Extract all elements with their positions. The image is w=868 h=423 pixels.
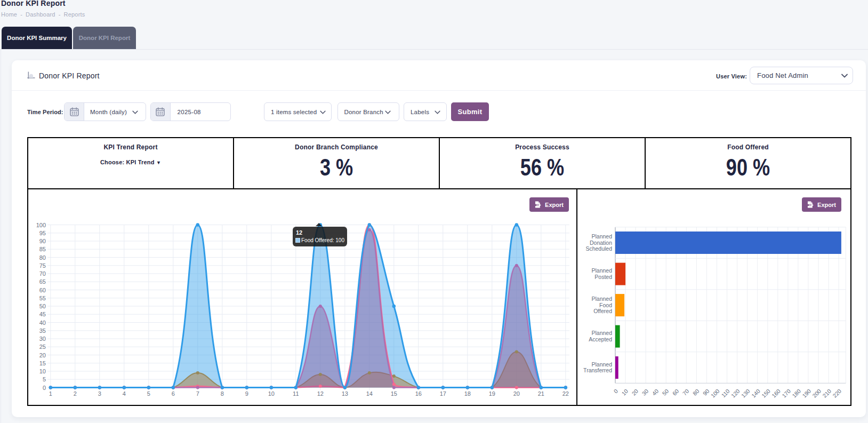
svg-text:6: 6 xyxy=(172,390,175,397)
svg-text:70: 70 xyxy=(681,388,690,397)
svg-text:190: 190 xyxy=(801,388,812,399)
svg-text:7: 7 xyxy=(196,390,199,397)
svg-text:45: 45 xyxy=(39,311,46,317)
svg-text:0: 0 xyxy=(612,388,619,395)
svg-text:85: 85 xyxy=(39,246,46,252)
svg-text:5: 5 xyxy=(43,376,46,382)
svg-text:Offered: Offered xyxy=(593,308,612,314)
svg-text:150: 150 xyxy=(760,388,771,399)
svg-text:100: 100 xyxy=(710,388,721,399)
svg-text:100: 100 xyxy=(36,222,46,228)
svg-text:55: 55 xyxy=(39,295,46,301)
svg-text:10: 10 xyxy=(620,388,629,397)
svg-text:160: 160 xyxy=(770,388,782,399)
svg-text:35: 35 xyxy=(39,328,46,334)
svg-text:80: 80 xyxy=(692,388,701,397)
svg-text:210: 210 xyxy=(821,388,832,399)
svg-text:20: 20 xyxy=(39,352,46,358)
svg-text:25: 25 xyxy=(39,344,46,350)
svg-text:16: 16 xyxy=(415,390,422,397)
svg-text:10: 10 xyxy=(268,390,275,397)
svg-text:Donation: Donation xyxy=(590,240,612,246)
svg-text:20: 20 xyxy=(630,388,639,397)
svg-text:110: 110 xyxy=(720,388,730,398)
svg-text:15: 15 xyxy=(391,390,397,397)
svg-text:90: 90 xyxy=(39,238,46,244)
svg-text:3: 3 xyxy=(98,390,101,397)
svg-text:40: 40 xyxy=(39,320,46,326)
svg-text:19: 19 xyxy=(489,390,495,397)
svg-text:Scheduled: Scheduled xyxy=(585,245,612,252)
svg-text:11: 11 xyxy=(293,390,299,397)
svg-text:Posted: Posted xyxy=(594,274,612,280)
svg-text:Planned: Planned xyxy=(591,330,612,336)
svg-text:60: 60 xyxy=(671,388,680,397)
svg-text:80: 80 xyxy=(39,254,46,261)
svg-text:40: 40 xyxy=(651,388,660,397)
svg-text:70: 70 xyxy=(39,270,46,277)
svg-text:5: 5 xyxy=(147,390,150,397)
svg-text:Planned: Planned xyxy=(591,296,612,302)
svg-text:0: 0 xyxy=(43,385,46,391)
svg-text:Planned: Planned xyxy=(591,361,612,368)
svg-text:30: 30 xyxy=(641,388,650,397)
svg-text:60: 60 xyxy=(39,287,46,293)
svg-text:120: 120 xyxy=(730,388,741,399)
svg-text:12: 12 xyxy=(317,390,324,397)
svg-text:Transferred: Transferred xyxy=(583,367,612,373)
svg-text:20: 20 xyxy=(513,390,520,397)
svg-text:14: 14 xyxy=(366,390,373,397)
svg-text:75: 75 xyxy=(39,262,46,269)
svg-text:15: 15 xyxy=(39,360,46,366)
svg-text:50: 50 xyxy=(39,303,46,309)
svg-text:140: 140 xyxy=(750,388,761,399)
svg-text:22: 22 xyxy=(562,390,569,397)
svg-text:50: 50 xyxy=(661,388,670,397)
svg-text:1: 1 xyxy=(49,390,52,397)
svg-text:180: 180 xyxy=(791,388,802,399)
svg-text:8: 8 xyxy=(221,390,224,397)
svg-text:220: 220 xyxy=(831,388,842,399)
svg-text:9: 9 xyxy=(245,390,248,397)
svg-text:Planned: Planned xyxy=(591,233,612,240)
svg-text:130: 130 xyxy=(740,388,751,399)
svg-text:65: 65 xyxy=(39,278,46,285)
svg-text:95: 95 xyxy=(39,230,46,236)
svg-text:Food: Food xyxy=(599,302,612,308)
svg-text:17: 17 xyxy=(440,390,446,397)
svg-text:2: 2 xyxy=(74,390,77,397)
svg-text:200: 200 xyxy=(811,388,822,399)
svg-text:18: 18 xyxy=(464,390,471,397)
svg-text:10: 10 xyxy=(39,368,46,374)
svg-text:170: 170 xyxy=(781,388,792,399)
svg-text:30: 30 xyxy=(39,336,46,342)
svg-text:13: 13 xyxy=(342,390,348,397)
svg-text:90: 90 xyxy=(702,388,711,397)
svg-text:21: 21 xyxy=(538,390,544,397)
svg-text:4: 4 xyxy=(123,390,126,397)
svg-text:Planned: Planned xyxy=(591,267,612,274)
svg-text:Accepted: Accepted xyxy=(589,336,612,342)
